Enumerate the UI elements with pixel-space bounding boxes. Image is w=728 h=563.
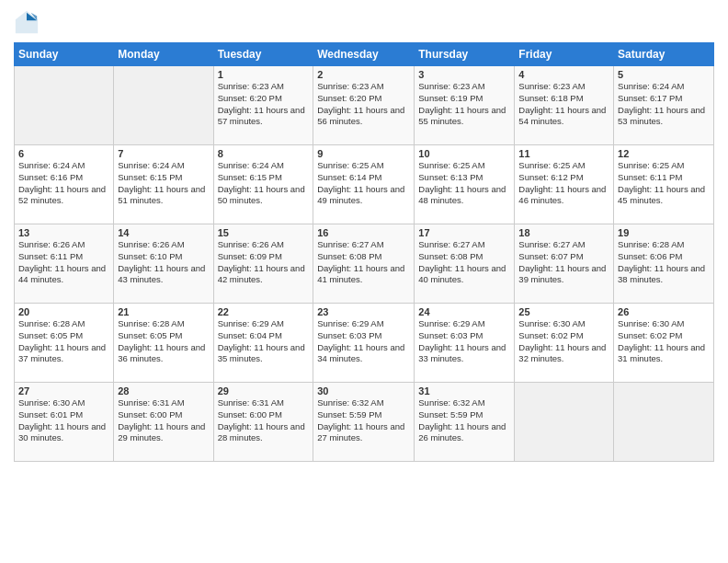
day-number: 25 <box>518 306 609 317</box>
day-info: Sunrise: 6:27 AM Sunset: 6:08 PM Dayligh… <box>317 239 410 286</box>
day-info: Sunrise: 6:29 AM Sunset: 6:03 PM Dayligh… <box>418 318 510 365</box>
calendar-header-row: SundayMondayTuesdayWednesdayThursdayFrid… <box>15 43 714 66</box>
week-row-2: 13Sunrise: 6:26 AM Sunset: 6:11 PM Dayli… <box>15 224 714 304</box>
day-cell <box>114 66 213 145</box>
day-info: Sunrise: 6:24 AM Sunset: 6:15 PM Dayligh… <box>218 160 310 207</box>
day-number: 10 <box>418 148 510 159</box>
day-info: Sunrise: 6:23 AM Sunset: 6:20 PM Dayligh… <box>317 81 410 128</box>
day-cell: 5Sunrise: 6:24 AM Sunset: 6:17 PM Daylig… <box>614 66 714 145</box>
day-cell: 6Sunrise: 6:24 AM Sunset: 6:16 PM Daylig… <box>15 145 114 224</box>
day-cell: 16Sunrise: 6:27 AM Sunset: 6:08 PM Dayli… <box>313 224 415 304</box>
day-cell <box>515 383 614 462</box>
day-number: 15 <box>218 227 310 238</box>
day-info: Sunrise: 6:25 AM Sunset: 6:14 PM Dayligh… <box>317 160 410 207</box>
day-cell <box>614 383 714 462</box>
day-info: Sunrise: 6:28 AM Sunset: 6:06 PM Dayligh… <box>618 239 710 286</box>
day-info: Sunrise: 6:32 AM Sunset: 5:59 PM Dayligh… <box>418 397 510 444</box>
day-number: 22 <box>218 306 310 317</box>
day-number: 20 <box>18 306 109 317</box>
week-row-1: 6Sunrise: 6:24 AM Sunset: 6:16 PM Daylig… <box>15 145 714 224</box>
day-number: 14 <box>118 227 209 238</box>
day-cell: 23Sunrise: 6:29 AM Sunset: 6:03 PM Dayli… <box>313 304 415 383</box>
day-number: 17 <box>418 227 510 238</box>
day-info: Sunrise: 6:23 AM Sunset: 6:18 PM Dayligh… <box>518 81 609 128</box>
day-header-tuesday: Tuesday <box>213 43 313 66</box>
day-cell: 20Sunrise: 6:28 AM Sunset: 6:05 PM Dayli… <box>15 304 114 383</box>
day-number: 5 <box>618 69 710 80</box>
day-number: 21 <box>118 306 209 317</box>
day-cell: 7Sunrise: 6:24 AM Sunset: 6:15 PM Daylig… <box>114 145 213 224</box>
day-info: Sunrise: 6:31 AM Sunset: 6:00 PM Dayligh… <box>118 397 209 444</box>
day-cell: 9Sunrise: 6:25 AM Sunset: 6:14 PM Daylig… <box>313 145 415 224</box>
week-row-4: 27Sunrise: 6:30 AM Sunset: 6:01 PM Dayli… <box>15 383 714 462</box>
day-header-monday: Monday <box>114 43 213 66</box>
day-cell: 30Sunrise: 6:32 AM Sunset: 5:59 PM Dayli… <box>313 383 415 462</box>
day-cell: 21Sunrise: 6:28 AM Sunset: 6:05 PM Dayli… <box>114 304 213 383</box>
day-number: 27 <box>18 385 109 396</box>
day-info: Sunrise: 6:30 AM Sunset: 6:01 PM Dayligh… <box>18 397 109 444</box>
day-header-thursday: Thursday <box>415 43 515 66</box>
page: SundayMondayTuesdayWednesdayThursdayFrid… <box>0 0 728 563</box>
day-cell: 26Sunrise: 6:30 AM Sunset: 6:02 PM Dayli… <box>614 304 714 383</box>
day-number: 19 <box>618 227 710 238</box>
day-cell: 19Sunrise: 6:28 AM Sunset: 6:06 PM Dayli… <box>614 224 714 304</box>
day-header-sunday: Sunday <box>15 43 114 66</box>
calendar-table: SundayMondayTuesdayWednesdayThursdayFrid… <box>14 42 714 462</box>
day-cell: 11Sunrise: 6:25 AM Sunset: 6:12 PM Dayli… <box>515 145 614 224</box>
day-cell: 8Sunrise: 6:24 AM Sunset: 6:15 PM Daylig… <box>213 145 313 224</box>
day-info: Sunrise: 6:24 AM Sunset: 6:17 PM Dayligh… <box>618 81 710 128</box>
day-number: 12 <box>618 148 710 159</box>
day-info: Sunrise: 6:26 AM Sunset: 6:11 PM Dayligh… <box>18 239 109 286</box>
day-number: 31 <box>418 385 510 396</box>
day-info: Sunrise: 6:25 AM Sunset: 6:13 PM Dayligh… <box>418 160 510 207</box>
day-info: Sunrise: 6:28 AM Sunset: 6:05 PM Dayligh… <box>18 318 109 365</box>
day-info: Sunrise: 6:26 AM Sunset: 6:10 PM Dayligh… <box>118 239 209 286</box>
day-info: Sunrise: 6:23 AM Sunset: 6:19 PM Dayligh… <box>418 81 510 128</box>
day-number: 8 <box>218 148 310 159</box>
day-cell: 22Sunrise: 6:29 AM Sunset: 6:04 PM Dayli… <box>213 304 313 383</box>
day-number: 23 <box>317 306 410 317</box>
day-number: 30 <box>317 385 410 396</box>
day-info: Sunrise: 6:26 AM Sunset: 6:09 PM Dayligh… <box>218 239 310 286</box>
day-number: 6 <box>18 148 109 159</box>
logo-icon <box>14 9 40 35</box>
day-cell: 10Sunrise: 6:25 AM Sunset: 6:13 PM Dayli… <box>415 145 515 224</box>
day-info: Sunrise: 6:27 AM Sunset: 6:08 PM Dayligh… <box>418 239 510 286</box>
day-number: 26 <box>618 306 710 317</box>
day-cell: 3Sunrise: 6:23 AM Sunset: 6:19 PM Daylig… <box>415 66 515 145</box>
day-header-saturday: Saturday <box>614 43 714 66</box>
week-row-3: 20Sunrise: 6:28 AM Sunset: 6:05 PM Dayli… <box>15 304 714 383</box>
day-cell: 14Sunrise: 6:26 AM Sunset: 6:10 PM Dayli… <box>114 224 213 304</box>
day-cell: 29Sunrise: 6:31 AM Sunset: 6:00 PM Dayli… <box>213 383 313 462</box>
day-info: Sunrise: 6:30 AM Sunset: 6:02 PM Dayligh… <box>618 318 710 365</box>
day-number: 9 <box>317 148 410 159</box>
day-number: 4 <box>518 69 609 80</box>
day-cell: 17Sunrise: 6:27 AM Sunset: 6:08 PM Dayli… <box>415 224 515 304</box>
day-cell: 13Sunrise: 6:26 AM Sunset: 6:11 PM Dayli… <box>15 224 114 304</box>
day-cell: 1Sunrise: 6:23 AM Sunset: 6:20 PM Daylig… <box>213 66 313 145</box>
day-info: Sunrise: 6:32 AM Sunset: 5:59 PM Dayligh… <box>317 397 410 444</box>
day-info: Sunrise: 6:25 AM Sunset: 6:11 PM Dayligh… <box>618 160 710 207</box>
day-number: 18 <box>518 227 609 238</box>
day-number: 11 <box>518 148 609 159</box>
day-number: 1 <box>218 69 310 80</box>
day-number: 28 <box>118 385 209 396</box>
week-row-0: 1Sunrise: 6:23 AM Sunset: 6:20 PM Daylig… <box>15 66 714 145</box>
day-header-friday: Friday <box>515 43 614 66</box>
day-cell <box>15 66 114 145</box>
day-cell: 27Sunrise: 6:30 AM Sunset: 6:01 PM Dayli… <box>15 383 114 462</box>
day-info: Sunrise: 6:27 AM Sunset: 6:07 PM Dayligh… <box>518 239 609 286</box>
day-number: 2 <box>317 69 410 80</box>
day-info: Sunrise: 6:24 AM Sunset: 6:15 PM Dayligh… <box>118 160 209 207</box>
day-info: Sunrise: 6:29 AM Sunset: 6:04 PM Dayligh… <box>218 318 310 365</box>
day-header-wednesday: Wednesday <box>313 43 415 66</box>
day-info: Sunrise: 6:30 AM Sunset: 6:02 PM Dayligh… <box>518 318 609 365</box>
day-cell: 4Sunrise: 6:23 AM Sunset: 6:18 PM Daylig… <box>515 66 614 145</box>
day-info: Sunrise: 6:25 AM Sunset: 6:12 PM Dayligh… <box>518 160 609 207</box>
day-info: Sunrise: 6:29 AM Sunset: 6:03 PM Dayligh… <box>317 318 410 365</box>
day-number: 7 <box>118 148 209 159</box>
day-info: Sunrise: 6:24 AM Sunset: 6:16 PM Dayligh… <box>18 160 109 207</box>
logo <box>14 9 43 35</box>
day-number: 24 <box>418 306 510 317</box>
day-number: 3 <box>418 69 510 80</box>
